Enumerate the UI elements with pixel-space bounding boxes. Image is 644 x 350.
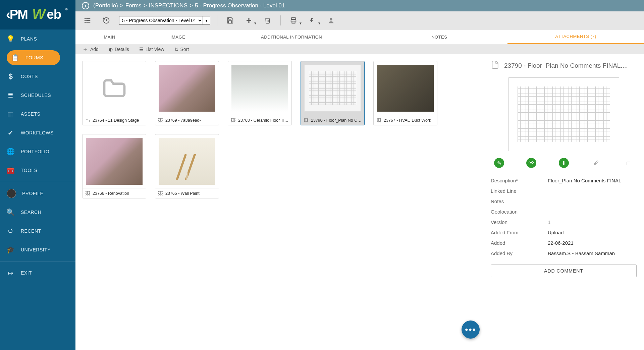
record-selector-dropdown[interactable]: ▼: [203, 16, 210, 25]
sidebar-item-label: COSTS: [21, 74, 38, 79]
tabs: MAIN IMAGE ADDITIONAL INFORMATION NOTES …: [75, 30, 644, 44]
meta-value: Upload: [548, 230, 564, 235]
sidebar-item-forms[interactable]: 📋FORMS: [0, 48, 75, 67]
image-icon: 🖼: [231, 118, 236, 123]
meta-key: Added From: [491, 230, 548, 235]
meta-key: Geolocation: [491, 209, 548, 215]
action-bar: ＋Add ◐Details ☰List View ⇅Sort: [75, 44, 644, 54]
sidebar-item-plans[interactable]: 💡PLANS: [0, 30, 75, 48]
card-label: 23767 - HVAC Duct Work: [384, 118, 431, 123]
print-icon[interactable]: ▼: [287, 14, 300, 26]
app-logo: ‹PM W eb ®: [0, 0, 75, 30]
attachments-grid: 🗀23764 - 11 Design Stage🖼23769 - 7a8a9ea…: [75, 54, 483, 350]
schedule-icon: ≣: [7, 91, 15, 99]
sidebar-item-label: SCHEDULES: [21, 93, 51, 98]
save-icon[interactable]: [224, 14, 236, 26]
tab-image[interactable]: IMAGE: [144, 30, 212, 44]
attachment-card[interactable]: 🖼23766 - Renovation: [82, 134, 146, 198]
action-icon[interactable]: ▼: [306, 14, 318, 26]
svg-line-11: [106, 20, 107, 21]
list-icon[interactable]: [82, 14, 94, 26]
svg-text:W: W: [32, 7, 46, 22]
meta-key: Added: [491, 240, 548, 246]
tab-additional[interactable]: ADDITIONAL INFORMATION: [212, 30, 371, 44]
sidebar-item-label: PROFILE: [22, 191, 43, 196]
details-toggle[interactable]: ◐Details: [109, 47, 129, 52]
attachment-card[interactable]: 🖼23769 - 7a8a9ead-: [155, 61, 219, 125]
sidebar-item-assets[interactable]: ▦ASSETS: [0, 105, 75, 123]
svg-point-19: [330, 18, 332, 20]
sidebar-item-university[interactable]: 🎓UNIVERSITY: [0, 240, 75, 259]
forms-icon: 📋: [11, 54, 19, 62]
details-panel: 23790 - Floor_Plan No Comments FINAL....…: [483, 54, 644, 350]
image-icon: 🖼: [304, 118, 309, 123]
card-label: 23769 - 7a8a9ead-: [165, 118, 201, 123]
view-icon[interactable]: 👁: [526, 158, 536, 168]
svg-text:®: ®: [65, 8, 67, 11]
user-icon[interactable]: [325, 14, 337, 26]
sidebar-item-label: UNIVERSITY: [21, 247, 51, 252]
add-comment-button[interactable]: ADD COMMENT: [491, 265, 637, 277]
sidebar-item-schedules[interactable]: ≣SCHEDULES: [0, 86, 75, 105]
sort-icon: ⇅: [174, 47, 178, 52]
add-button[interactable]: ＋Add: [82, 45, 99, 53]
breadcrumb-bar: i (Portfolio) > Forms > INSPECTIONS > 5 …: [0, 0, 644, 11]
record-selector[interactable]: 5 - Progress Observation - Level 01: [119, 16, 203, 25]
sidebar-item-costs[interactable]: $COSTS: [0, 67, 75, 86]
sidebar-item-workflows[interactable]: ✔WORKFLOWS: [0, 123, 75, 142]
fab-more[interactable]: •••: [462, 320, 480, 339]
sidebar-item-profile[interactable]: PROFILE: [0, 184, 75, 203]
attachment-card[interactable]: ✓🖼23790 - Floor_Plan No Com...: [301, 61, 365, 125]
sidebar: 💡PLANS 📋FORMS $COSTS ≣SCHEDULES ▦ASSETS …: [0, 30, 75, 350]
sidebar-item-label: FORMS: [25, 55, 43, 60]
info-icon[interactable]: i: [82, 2, 89, 9]
sort-button[interactable]: ⇅Sort: [174, 47, 189, 52]
edit-icon[interactable]: ✎: [494, 158, 504, 168]
exit-icon: ↦: [7, 269, 15, 277]
breadcrumb-part: 5 - Progress Observation - Level 01: [195, 2, 285, 9]
attachment-card[interactable]: 🖼23767 - HVAC Duct Work: [373, 61, 437, 125]
add-icon[interactable]: ▼: [243, 14, 255, 26]
meta-key: Notes: [491, 198, 548, 204]
attachment-card[interactable]: 🖼23768 - Ceramic Floor Tiling: [228, 61, 292, 125]
sidebar-item-tools[interactable]: 🧰TOOLS: [0, 161, 75, 180]
delete-icon[interactable]: [262, 14, 274, 26]
assets-icon: ▦: [7, 110, 15, 118]
search-icon: 🔍: [7, 208, 15, 216]
breadcrumb-part[interactable]: INSPECTIONS: [149, 2, 187, 9]
image-icon: 🖼: [376, 118, 382, 123]
meta-key: Version: [491, 219, 548, 225]
sidebar-item-exit[interactable]: ↦EXIT: [0, 264, 75, 282]
square-icon[interactable]: ◻: [623, 158, 633, 168]
download-icon[interactable]: ⬇: [559, 158, 569, 168]
sidebar-item-label: PLANS: [21, 36, 37, 42]
attachment-card[interactable]: 🖼23765 - Wall Paint: [155, 134, 219, 198]
brush-icon[interactable]: 🖌: [591, 158, 601, 168]
sidebar-item-portfolio[interactable]: 🌐PORTFOLIO: [0, 142, 75, 161]
globe-icon: 🌐: [7, 148, 15, 156]
history-icon[interactable]: [100, 14, 112, 26]
tab-attachments[interactable]: ATTACHMENTS (7): [507, 30, 644, 44]
bulb-icon: 💡: [7, 35, 15, 43]
sidebar-item-label: EXIT: [21, 270, 32, 276]
folder-icon: 🗀: [85, 118, 91, 123]
panel-title: 23790 - Floor_Plan No Comments FINAL....: [504, 62, 628, 69]
sidebar-item-recent[interactable]: ↺RECENT: [0, 222, 75, 240]
tab-main[interactable]: MAIN: [75, 30, 144, 44]
breadcrumb-part[interactable]: Forms: [125, 2, 142, 9]
university-icon: 🎓: [7, 246, 15, 254]
card-label: 23765 - Wall Paint: [165, 191, 200, 196]
tools-icon: 🧰: [7, 166, 15, 174]
attachment-preview[interactable]: [491, 77, 637, 151]
attachment-card[interactable]: 🗀23764 - 11 Design Stage: [82, 61, 146, 125]
tab-notes[interactable]: NOTES: [371, 30, 507, 44]
list-view-button[interactable]: ☰List View: [139, 47, 164, 52]
breadcrumb-root[interactable]: (Portfolio): [93, 2, 118, 9]
sidebar-item-search[interactable]: 🔍SEARCH: [0, 203, 75, 222]
meta-value: 1: [548, 219, 550, 225]
svg-point-7: [85, 18, 86, 19]
sidebar-item-label: TOOLS: [21, 168, 38, 173]
svg-text:eb: eb: [47, 7, 61, 21]
image-icon: 🖼: [158, 191, 163, 196]
main-toolbar: 5 - Progress Observation - Level 01 ▼ ▼ …: [75, 11, 644, 30]
